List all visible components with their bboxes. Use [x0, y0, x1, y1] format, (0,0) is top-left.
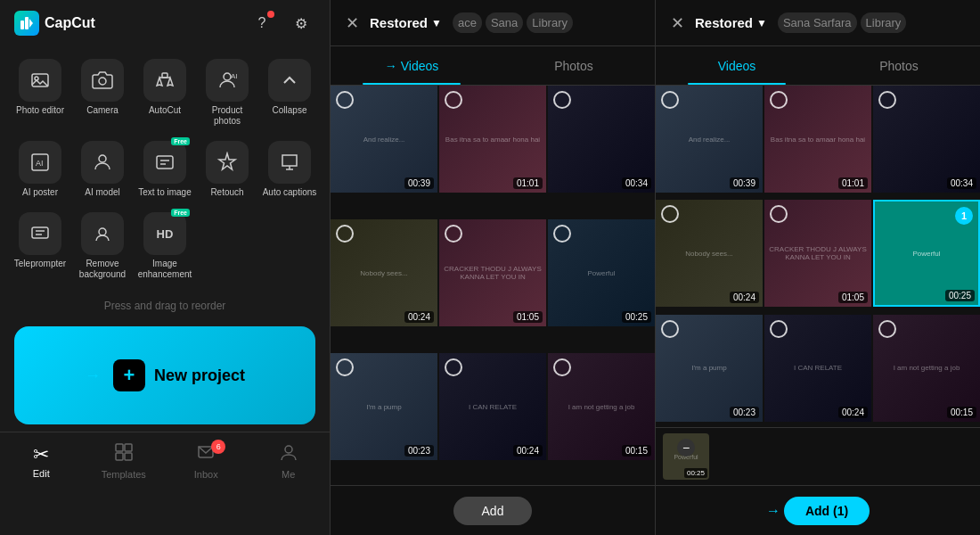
left-video-7[interactable]: I'm a pump 00:23	[331, 353, 437, 460]
tool-ai-model[interactable]: AI model	[73, 136, 132, 203]
text-to-image-label: Text to image	[138, 187, 191, 198]
product-photos-label: Product photos	[200, 105, 255, 127]
autocut-label: AutoCut	[149, 105, 181, 116]
tools-grid: Photo editor Camera AutoCut	[0, 46, 330, 292]
right-video-3[interactable]: 00:34	[873, 86, 980, 193]
left-video-2[interactable]: Bas itna sa to amaar hona hai 01:01	[439, 86, 546, 193]
free-badge: Free	[171, 137, 190, 145]
tool-collapse[interactable]: Collapse	[260, 54, 319, 132]
new-project-button[interactable]: → + New project	[14, 326, 315, 424]
tool-auto-captions[interactable]: Auto captions	[260, 136, 319, 203]
right-video-8[interactable]: I CAN RELATE 00:24	[764, 315, 871, 422]
svg-point-15	[99, 228, 106, 235]
drag-hint: Press and drag to reorder	[0, 292, 330, 319]
r-select-circle-7	[661, 320, 679, 338]
nav-me[interactable]: Me	[248, 432, 331, 489]
r-duration-4: 00:24	[730, 292, 759, 303]
nav-templates[interactable]: Templates	[83, 432, 166, 489]
svg-text:AI: AI	[231, 72, 238, 80]
remove-background-label: Remove background	[75, 259, 130, 280]
remove-selected-button[interactable]: −	[677, 439, 695, 457]
svg-rect-19	[125, 453, 132, 460]
svg-rect-14	[32, 227, 48, 238]
text-to-image-icon-box: Free	[143, 141, 186, 184]
nav-inbox[interactable]: 6 Inbox	[165, 432, 248, 489]
right-dropdown-icon: ▼	[756, 17, 767, 29]
svg-point-20	[285, 446, 292, 453]
bottom-nav: ✂ Edit Templates 6 Inbox	[0, 432, 330, 489]
tool-product-photos[interactable]: AI Product photos	[198, 54, 257, 132]
photo-editor-icon-box	[19, 59, 61, 102]
right-video-6[interactable]: Powerful 1 00:25	[873, 200, 980, 307]
select-circle-8	[445, 358, 462, 376]
right-tab-sana[interactable]: Sana Sarfara	[778, 12, 857, 33]
left-video-9[interactable]: I am not getting a job 00:15	[548, 353, 655, 460]
tool-image-enhancement[interactable]: Free HD Image enhancement	[135, 207, 194, 285]
left-close-button[interactable]: ✕	[341, 12, 363, 34]
nav-edit-label: Edit	[33, 468, 50, 479]
r-duration-7: 00:23	[730, 407, 759, 418]
camera-label: Camera	[86, 105, 118, 116]
select-circle-1	[336, 91, 354, 109]
camera-icon-box	[81, 59, 124, 102]
r-select-circle-2	[770, 91, 788, 109]
right-video-2[interactable]: Bas itna sa to amaar hona hai 01:01	[764, 86, 871, 193]
left-panel-title-area[interactable]: Restored ▼	[370, 15, 442, 30]
nav-edit[interactable]: ✂ Edit	[0, 432, 83, 489]
right-video-9[interactable]: I am not getting a job 00:15	[873, 315, 980, 422]
svg-point-5	[99, 78, 106, 85]
left-videos-tab[interactable]: → Videos	[331, 46, 493, 85]
left-video-3[interactable]: 00:34	[548, 86, 655, 193]
left-photos-tab[interactable]: Photos	[493, 46, 655, 85]
auto-captions-icon-box	[268, 141, 311, 184]
tool-teleprompter[interactable]: Teleprompter	[11, 207, 69, 285]
right-video-4[interactable]: Nobody sees... 00:24	[656, 200, 763, 307]
left-tab-library[interactable]: Library	[527, 12, 573, 33]
right-photos-tab[interactable]: Photos	[818, 46, 980, 85]
left-video-5[interactable]: CRACKER THODU J ALWAYS KANNA LET YOU IN …	[439, 219, 546, 326]
right-close-button[interactable]: ✕	[666, 12, 688, 34]
tool-remove-background[interactable]: Remove background	[73, 207, 132, 285]
teleprompter-label: Teleprompter	[14, 259, 66, 269]
tool-text-to-image[interactable]: Free Text to image	[135, 136, 194, 203]
r-duration-8: 00:24	[838, 407, 868, 418]
edit-icon: ✂	[33, 443, 49, 466]
svg-text:AI: AI	[36, 159, 44, 168]
select-circle-5	[445, 225, 462, 243]
right-videos-tab[interactable]: Videos	[656, 46, 818, 85]
select-circle-9	[553, 358, 571, 376]
duration-8: 00:24	[513, 445, 543, 457]
selected-thumb-item[interactable]: Powerful − 00:25	[663, 433, 709, 480]
tool-camera[interactable]: Camera	[73, 54, 132, 132]
r-duration-3: 00:34	[947, 177, 976, 189]
r-duration-2: 01:01	[838, 177, 868, 189]
right-video-7[interactable]: I'm a pump 00:23	[656, 315, 763, 422]
left-video-4[interactable]: Nobody sees... 00:24	[331, 219, 437, 326]
left-video-grid: And realize... 00:39 Bas itna sa to amaa…	[331, 86, 655, 485]
tool-ai-poster[interactable]: AI AI poster	[11, 136, 69, 203]
right-panel-footer: → Add (1)	[656, 485, 980, 535]
templates-icon	[114, 442, 134, 467]
left-video-6[interactable]: Powerful 00:25	[548, 219, 655, 326]
duration-3: 00:34	[622, 177, 651, 189]
tool-retouch[interactable]: Retouch	[198, 136, 257, 203]
right-tab-library[interactable]: Library	[861, 12, 907, 33]
right-panel-title-area[interactable]: Restored ▼	[695, 15, 767, 30]
right-video-5[interactable]: CRACKER THODU J ALWAYS KANNA LET YOU IN …	[764, 200, 871, 307]
left-video-1[interactable]: And realize... 00:39	[331, 86, 437, 193]
right-video-1[interactable]: And realize... 00:39	[656, 86, 763, 193]
settings-button[interactable]: ⚙	[287, 9, 315, 37]
help-button[interactable]: ?	[248, 9, 276, 37]
left-video-8[interactable]: I CAN RELATE 00:24	[439, 353, 546, 460]
top-icons: ? ⚙	[248, 9, 315, 37]
left-tab-ace[interactable]: ace	[453, 12, 482, 33]
tool-photo-editor[interactable]: Photo editor	[11, 54, 69, 132]
tool-autocut[interactable]: AutoCut	[135, 54, 194, 132]
right-panel-header: ✕ Restored ▼ Sana Sarfara Library	[656, 0, 980, 46]
left-add-button[interactable]: Add	[453, 497, 533, 525]
ai-poster-icon-box: AI	[19, 141, 61, 184]
right-add-button[interactable]: Add (1)	[784, 497, 870, 525]
right-container: ✕ Restored ▼ ace Sana Library → Videos P…	[330, 0, 980, 535]
left-tab-sana[interactable]: Sana	[486, 12, 523, 33]
svg-rect-18	[116, 453, 123, 460]
